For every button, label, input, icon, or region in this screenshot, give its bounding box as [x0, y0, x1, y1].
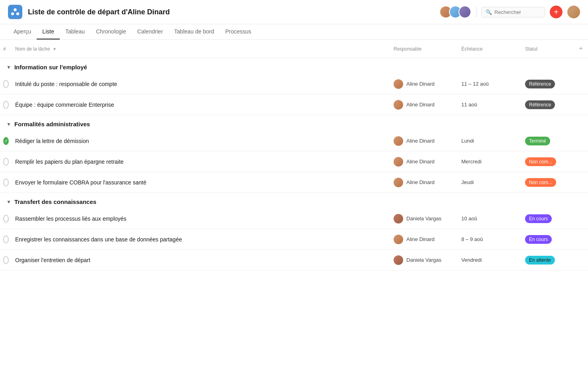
task-name-cell: Rédiger la lettre de démission	[12, 135, 390, 147]
task-name-cell: Envoyer le formulaire COBRA pour l'assur…	[12, 176, 390, 189]
tab-tableau-de-bord[interactable]: Tableau de bord	[169, 24, 220, 39]
table-row[interactable]: ✓ Rédiger la lettre de démission Aline D…	[0, 131, 588, 151]
task-more	[574, 159, 588, 165]
table-row[interactable]: Remplir les papiers du plan épargne retr…	[0, 151, 588, 172]
svg-point-0	[14, 8, 16, 11]
task-check[interactable]	[0, 232, 12, 247]
assignee-avatar	[394, 157, 403, 167]
page-title: Liste de contrôle de départ d'Aline Dina…	[28, 8, 439, 16]
task-name-text: Rédiger la lettre de démission	[15, 138, 89, 144]
col-add[interactable]: +	[574, 43, 588, 55]
add-button[interactable]: +	[550, 6, 563, 18]
search-box[interactable]: 🔍	[481, 7, 545, 18]
search-input[interactable]	[494, 9, 541, 15]
col-due: Échéance	[458, 45, 522, 53]
task-assignee: Daniela Vargas	[390, 211, 458, 227]
task-check[interactable]	[0, 253, 12, 267]
table-row[interactable]: Envoyer le formulaire COBRA pour l'assur…	[0, 172, 588, 193]
section-header-info-employe[interactable]: ▼ Information sur l'employé	[0, 58, 588, 74]
status-badge[interactable]: En cours	[525, 214, 552, 223]
task-more	[574, 102, 588, 108]
section-header-formalites[interactable]: ▼ Formalités administratives	[0, 115, 588, 131]
check-icon	[3, 178, 9, 186]
task-assignee: Aline Dinard	[390, 231, 458, 247]
section-title: Information sur l'employé	[14, 64, 87, 71]
task-due: Lundi	[458, 135, 522, 147]
avatar-3	[459, 6, 471, 18]
assignee-name: Aline Dinard	[406, 138, 435, 144]
task-status: En cours	[522, 232, 574, 247]
task-status: Non com...	[522, 175, 574, 190]
check-icon	[3, 215, 9, 223]
task-check[interactable]	[0, 77, 12, 91]
team-avatars	[439, 6, 471, 18]
task-due: 11 – 12 aoû	[458, 78, 522, 90]
assignee-avatar	[394, 235, 403, 244]
table-row[interactable]: Enregistrer les connaissances dans une b…	[0, 229, 588, 250]
assignee-avatar	[394, 100, 403, 110]
task-check[interactable]	[0, 155, 12, 169]
header-divider	[476, 6, 476, 18]
table-row[interactable]: Équipe : équipe commerciale Enterprise A…	[0, 94, 588, 115]
task-status: Non com...	[522, 154, 574, 169]
task-name-cell: Rassembler les processus liés aux employ…	[12, 212, 390, 225]
status-badge[interactable]: Terminé	[525, 137, 550, 145]
section-header-transfert[interactable]: ▼ Transfert des connaissances	[0, 193, 588, 208]
task-name-cell: Organiser l'entretien de départ	[12, 254, 390, 267]
table-row[interactable]: Intitulé du poste : responsable de compt…	[0, 74, 588, 94]
task-check[interactable]: ✓	[0, 134, 12, 148]
app-icon	[8, 5, 22, 19]
status-badge[interactable]: Non com...	[525, 157, 556, 166]
table-row[interactable]: Rassembler les processus liés aux employ…	[0, 208, 588, 229]
tab-chronologie[interactable]: Chronologie	[90, 24, 132, 39]
assignee-name: Aline Dinard	[406, 236, 435, 242]
tab-apercu[interactable]: Aperçu	[8, 24, 37, 39]
task-due: 8 – 9 aoû	[458, 233, 522, 245]
status-badge[interactable]: En attente	[525, 256, 555, 265]
sort-icon[interactable]: ▼	[52, 47, 57, 51]
tab-liste[interactable]: Liste	[37, 24, 60, 39]
svg-point-1	[11, 12, 14, 15]
status-badge[interactable]: En cours	[525, 235, 552, 244]
task-name-text: Organiser l'entretien de départ	[15, 257, 90, 263]
task-assignee: Aline Dinard	[390, 97, 458, 113]
task-assignee: Daniela Vargas	[390, 252, 458, 268]
header-right: 🔍 +	[439, 6, 580, 18]
task-check[interactable]	[0, 212, 12, 226]
nav-tabs: Aperçu Liste Tableau Chronologie Calendr…	[0, 24, 588, 40]
col-task-name: Nom de la tâche ▼	[12, 45, 390, 53]
task-name-text: Équipe : équipe commerciale Enterprise	[15, 102, 114, 108]
assignee-name: Aline Dinard	[406, 102, 435, 108]
tab-tableau[interactable]: Tableau	[60, 24, 90, 39]
table-row[interactable]: Organiser l'entretien de départ Daniela …	[0, 250, 588, 270]
assignee-avatar	[394, 79, 403, 89]
task-check[interactable]	[0, 175, 12, 190]
task-check[interactable]	[0, 98, 12, 112]
task-more	[574, 216, 588, 222]
task-due: Jeudi	[458, 176, 522, 188]
task-name-cell: Intitulé du poste : responsable de compt…	[12, 78, 390, 90]
status-badge[interactable]: Non com...	[525, 178, 556, 187]
tab-calendrier[interactable]: Calendrier	[131, 24, 169, 39]
section-chevron: ▼	[6, 199, 11, 205]
status-badge[interactable]: Référence	[525, 80, 555, 88]
check-icon	[3, 158, 9, 166]
task-more	[574, 179, 588, 186]
task-status: Terminé	[522, 133, 574, 149]
task-due: 10 aoû	[458, 212, 522, 225]
task-due: Mercredi	[458, 155, 522, 168]
header: Liste de contrôle de départ d'Aline Dina…	[0, 0, 588, 24]
assignee-avatar	[394, 136, 403, 146]
search-icon: 🔍	[486, 9, 492, 15]
tab-processus[interactable]: Processus	[220, 24, 257, 39]
task-more	[574, 81, 588, 87]
status-badge[interactable]: Référence	[525, 100, 555, 109]
check-icon	[3, 101, 9, 109]
section-chevron: ▼	[6, 122, 11, 127]
check-icon	[3, 235, 9, 243]
task-name-cell: Enregistrer les connaissances dans une b…	[12, 233, 390, 246]
task-name-text: Remplir les papiers du plan épargne retr…	[15, 159, 123, 165]
section-title: Transfert des connaissances	[14, 198, 96, 205]
check-icon	[3, 256, 9, 264]
current-user-avatar	[567, 6, 580, 18]
